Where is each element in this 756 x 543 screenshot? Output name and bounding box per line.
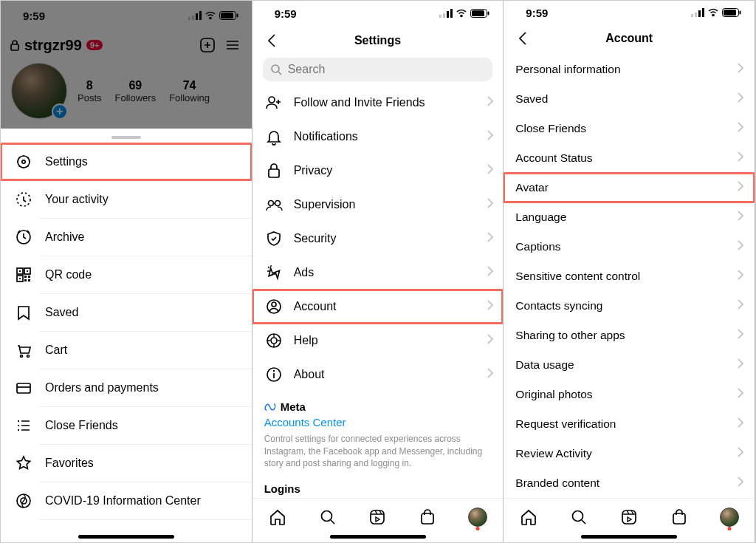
home-indicator[interactable] [581, 535, 677, 539]
menu-icon [14, 454, 33, 472]
account-item-saved[interactable]: Saved [504, 84, 755, 114]
svg-rect-33 [447, 11, 449, 18]
settings-icon [264, 162, 284, 180]
settings-item-help[interactable]: Help [252, 324, 504, 358]
account-item-language[interactable]: Language [504, 202, 755, 232]
avatar[interactable]: + [11, 63, 67, 119]
search-box[interactable] [263, 58, 493, 82]
svg-point-38 [272, 65, 279, 72]
account-item-request-verification[interactable]: Request verification [504, 409, 755, 439]
sheet-item-close-friends[interactable]: Close Friends [1, 407, 252, 444]
username[interactable]: strgzr99 [24, 37, 82, 54]
svg-point-59 [573, 510, 583, 521]
svg-rect-61 [673, 513, 685, 524]
account-item-captions[interactable]: Captions [504, 232, 755, 262]
account-item-data-usage[interactable]: Data usage [504, 350, 755, 380]
account-label: Personal information [515, 63, 620, 76]
meta-description: Control settings for connected experienc… [264, 433, 492, 469]
sheet-item-saved[interactable]: Saved [1, 294, 252, 331]
account-item-review-activity[interactable]: Review Activity [504, 439, 755, 468]
settings-item-privacy[interactable]: Privacy [252, 154, 504, 188]
status-time: 9:59 [526, 7, 548, 19]
settings-label: About [294, 368, 477, 381]
account-item-original-photos[interactable]: Original photos [504, 380, 755, 409]
account-item-sensitive-content-control[interactable]: Sensitive content control [504, 262, 755, 291]
settings-item-account[interactable]: Account [252, 290, 504, 324]
tab-search[interactable] [312, 501, 344, 533]
settings-item-notifications[interactable]: Notifications [252, 120, 504, 154]
chevron-right-icon [487, 299, 494, 314]
sheet-item-qr-code[interactable]: QR code [1, 256, 252, 293]
svg-rect-31 [439, 15, 441, 18]
account-label: Sharing to other apps [515, 329, 625, 342]
tab-home[interactable] [512, 501, 545, 533]
sheet-item-settings[interactable]: Settings [1, 143, 252, 180]
chevron-right-icon [737, 328, 744, 343]
settings-item-supervision[interactable]: Supervision [252, 188, 504, 222]
sheet-item-cart[interactable]: Cart [1, 332, 252, 369]
account-item-avatar[interactable]: Avatar [504, 173, 755, 202]
chevron-right-icon [737, 298, 744, 313]
stat-followers[interactable]: 69Followers [115, 79, 157, 103]
search-input[interactable] [288, 63, 486, 76]
back-button[interactable] [508, 24, 537, 53]
account-item-branded-content[interactable]: Branded content [504, 468, 755, 498]
account-item-personal-information[interactable]: Personal information [504, 55, 755, 84]
tab-shop[interactable] [411, 501, 444, 533]
tab-home[interactable] [261, 501, 294, 533]
tab-shop[interactable] [663, 501, 695, 533]
home-indicator[interactable] [78, 535, 174, 539]
sheet-item-covid-19-information-center[interactable]: COVID-19 Information Center [1, 482, 252, 519]
svg-rect-5 [221, 13, 233, 18]
tab-reels[interactable] [361, 501, 394, 533]
battery-icon [722, 8, 741, 17]
svg-rect-1 [192, 16, 194, 20]
sheet-item-archive[interactable]: Archive [1, 219, 252, 256]
settings-icon [264, 196, 284, 214]
chevron-right-icon [737, 62, 744, 77]
sheet-item-your-activity[interactable]: Your activity [1, 181, 252, 218]
sheet-item-favorites[interactable]: Favorites [1, 445, 252, 482]
chevron-right-icon [737, 239, 744, 254]
home-indicator[interactable] [330, 535, 426, 539]
svg-rect-22 [28, 279, 30, 281]
tab-profile[interactable] [461, 501, 494, 533]
svg-rect-37 [488, 12, 489, 16]
account-list: Personal informationSavedClose FriendsAc… [504, 52, 755, 498]
back-button[interactable] [257, 26, 286, 55]
account-item-account-status[interactable]: Account Status [504, 143, 755, 173]
hamburger-menu-button[interactable] [222, 35, 243, 55]
sheet-item-orders-and-payments[interactable]: Orders and payments [1, 369, 252, 406]
nav-header: Settings [252, 27, 504, 55]
account-item-close-friends[interactable]: Close Friends [504, 114, 755, 143]
stat-posts[interactable]: 8Posts [78, 79, 102, 103]
chevron-right-icon [487, 163, 494, 178]
settings-icon [264, 298, 284, 315]
tab-reels[interactable] [613, 501, 645, 533]
meta-brand: Meta [264, 400, 492, 413]
svg-point-28 [18, 429, 19, 431]
chevron-right-icon [487, 129, 494, 144]
settings-item-security[interactable]: Security [252, 222, 504, 256]
tab-profile[interactable] [713, 501, 746, 533]
menu-label: QR code [45, 268, 92, 281]
settings-item-ads[interactable]: Ads [252, 256, 504, 290]
sheet-grabber[interactable] [111, 136, 141, 139]
accounts-center-link[interactable]: Accounts Center [264, 416, 492, 428]
settings-item-follow-and-invite-friends[interactable]: Follow and Invite Friends [252, 86, 504, 120]
create-button[interactable] [197, 35, 218, 55]
svg-rect-60 [622, 510, 636, 524]
lock-icon [10, 39, 20, 51]
svg-point-26 [18, 420, 19, 422]
svg-rect-40 [269, 169, 279, 177]
svg-point-46 [271, 338, 277, 344]
svg-rect-19 [24, 276, 27, 278]
add-story-icon[interactable]: + [52, 103, 68, 120]
tab-search[interactable] [563, 501, 595, 533]
svg-rect-52 [691, 14, 693, 17]
settings-item-about[interactable]: About [252, 358, 504, 392]
account-item-contacts-syncing[interactable]: Contacts syncing [504, 291, 755, 321]
account-item-sharing-to-other-apps[interactable]: Sharing to other apps [504, 321, 755, 350]
svg-rect-2 [196, 13, 198, 20]
stat-following[interactable]: 74Following [169, 79, 210, 103]
